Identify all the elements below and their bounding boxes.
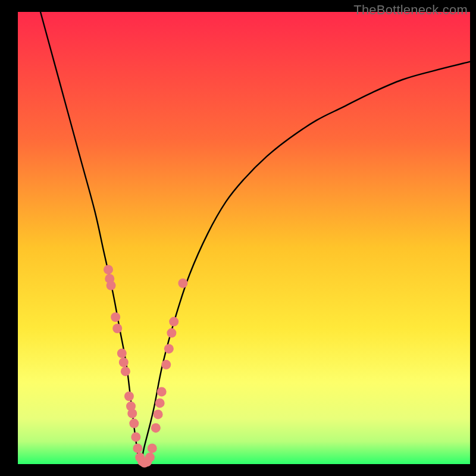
data-marker: [104, 265, 113, 274]
data-marker: [167, 328, 176, 338]
data-marker: [164, 344, 174, 353]
curve-layer: [40, 12, 470, 464]
data-marker: [111, 312, 120, 322]
data-marker: [112, 324, 122, 333]
data-marker: [148, 443, 157, 453]
marker-layer: [104, 265, 187, 468]
data-marker: [127, 409, 137, 418]
watermark-text: TheBottleneck.com: [353, 2, 468, 18]
bottleneck-curve: [40, 12, 470, 464]
data-marker: [157, 387, 167, 396]
data-marker: [154, 409, 163, 419]
data-marker: [117, 349, 127, 358]
data-marker: [145, 453, 155, 462]
data-marker: [169, 317, 178, 327]
data-marker: [133, 443, 142, 453]
data-marker: [151, 423, 161, 433]
chart-frame: TheBottleneck.com: [0, 0, 476, 476]
chart-svg: [18, 12, 470, 464]
data-marker: [161, 360, 171, 369]
data-marker: [121, 367, 130, 376]
plot-area: [18, 12, 470, 464]
data-marker: [131, 432, 140, 441]
data-marker: [178, 278, 187, 288]
data-marker: [107, 281, 116, 290]
data-marker: [119, 358, 129, 367]
data-marker: [124, 392, 134, 401]
data-marker: [129, 419, 139, 428]
data-marker: [155, 398, 165, 408]
